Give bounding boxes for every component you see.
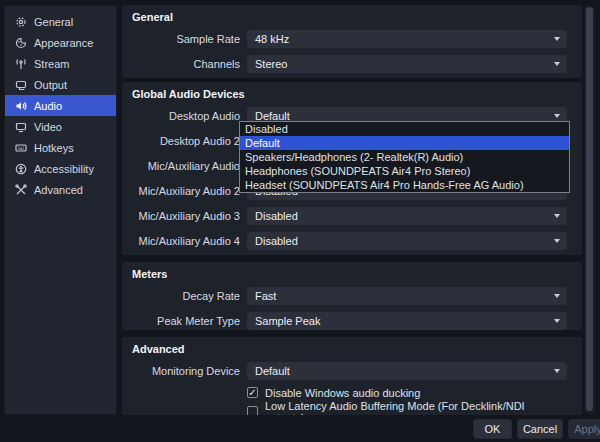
sidebar-item-stream[interactable]: Stream (5, 53, 116, 74)
section-title: Advanced (122, 337, 582, 355)
mic-aux-audio-4-row: Mic/Auxiliary Audio 4 Disabled (128, 232, 567, 250)
apply-button[interactable]: Apply (568, 419, 600, 439)
low-latency-checkbox-row: Low Latency Audio Buffering Mode (For De… (247, 405, 567, 415)
tools-icon (15, 184, 27, 196)
desktop-audio-dropdown-popup: Disabled Default Speakers/Headphones (2-… (239, 121, 570, 193)
dropdown-option-default[interactable]: Default (240, 136, 569, 150)
mic-aux-audio-2-label: Mic/Auxiliary Audio 2 (128, 185, 240, 197)
sidebar-item-accessibility[interactable]: Accessibility (5, 158, 116, 179)
mic-aux-audio-4-label: Mic/Auxiliary Audio 4 (128, 235, 240, 247)
keyboard-icon (15, 142, 27, 154)
display-icon (15, 121, 27, 133)
sidebar-item-label: Advanced (34, 184, 83, 196)
chevron-down-icon (554, 294, 560, 298)
scrollbar-thumb[interactable] (586, 7, 593, 411)
gear-icon (15, 16, 27, 28)
palette-icon (15, 37, 27, 49)
ok-button[interactable]: OK (473, 419, 512, 439)
sidebar-item-hotkeys[interactable]: Hotkeys (5, 137, 116, 158)
peak-meter-type-select[interactable]: Sample Peak (247, 312, 567, 330)
peak-meter-type-value: Sample Peak (255, 315, 320, 327)
chevron-down-icon (554, 239, 560, 243)
chevron-down-icon (554, 37, 560, 41)
mic-aux-audio-3-select[interactable]: Disabled (247, 207, 567, 225)
sidebar-item-label: Output (34, 79, 67, 91)
speaker-icon (15, 100, 27, 112)
sample-rate-row: Sample Rate 48 kHz (128, 30, 567, 48)
channels-row: Channels Stereo (128, 55, 567, 73)
peak-meter-type-label: Peak Meter Type (128, 315, 240, 327)
low-latency-checkbox[interactable] (247, 406, 258, 415)
mic-aux-audio-3-label: Mic/Auxiliary Audio 3 (128, 210, 240, 222)
sidebar-item-label: Audio (34, 100, 62, 112)
chevron-down-icon (554, 319, 560, 323)
chevron-down-icon (554, 369, 560, 373)
monitoring-device-row: Monitoring Device Default (128, 362, 567, 380)
section-advanced: Advanced Monitoring Device Default ✓ Dis… (122, 337, 582, 415)
sidebar-item-label: General (34, 16, 73, 28)
monitoring-device-value: Default (255, 365, 290, 377)
desktop-audio-label: Desktop Audio (128, 110, 240, 122)
decay-rate-row: Decay Rate Fast (128, 287, 567, 305)
section-general: General Sample Rate 48 kHz Channels Ster… (122, 5, 582, 78)
dropdown-option-headphones[interactable]: Headphones (SOUNDPEATS Air4 Pro Stereo) (240, 164, 569, 178)
cancel-button[interactable]: Cancel (517, 419, 563, 439)
sidebar-item-label: Accessibility (34, 163, 94, 175)
dropdown-option-speakers[interactable]: Speakers/Headphones (2- Realtek(R) Audio… (240, 150, 569, 164)
settings-sidebar: General Appearance Stream Output Audio (4, 5, 117, 415)
audio-ducking-checkbox-row: ✓ Disable Windows audio ducking (247, 386, 567, 399)
sidebar-item-audio[interactable]: Audio (5, 95, 116, 116)
channels-value: Stereo (255, 58, 287, 70)
decay-rate-label: Decay Rate (128, 290, 240, 302)
dropdown-option-disabled[interactable]: Disabled (240, 122, 569, 136)
monitoring-device-select[interactable]: Default (247, 362, 567, 380)
sidebar-item-general[interactable]: General (5, 11, 116, 32)
section-title: General (122, 5, 582, 23)
accessibility-icon (15, 163, 27, 175)
sidebar-item-label: Appearance (34, 37, 93, 49)
sidebar-item-advanced[interactable]: Advanced (5, 179, 116, 200)
scrollbar-track[interactable] (584, 5, 595, 415)
channels-label: Channels (128, 58, 240, 70)
mic-aux-audio-3-row: Mic/Auxiliary Audio 3 Disabled (128, 207, 567, 225)
section-meters: Meters Decay Rate Fast Peak Meter Type S… (122, 262, 582, 330)
low-latency-label: Low Latency Audio Buffering Mode (For De… (265, 400, 567, 416)
sidebar-item-label: Hotkeys (34, 142, 74, 154)
desktop-audio-2-label: Desktop Audio 2 (128, 135, 240, 147)
output-icon (15, 79, 27, 91)
mic-aux-audio-4-select[interactable]: Disabled (247, 232, 567, 250)
peak-meter-type-row: Peak Meter Type Sample Peak (128, 312, 567, 330)
broadcast-icon (15, 58, 27, 70)
chevron-down-icon (554, 62, 560, 66)
chevron-down-icon (554, 114, 560, 118)
sample-rate-select[interactable]: 48 kHz (247, 30, 567, 48)
mic-aux-audio-3-value: Disabled (255, 210, 298, 222)
sidebar-item-video[interactable]: Video (5, 116, 116, 137)
decay-rate-select[interactable]: Fast (247, 287, 567, 305)
dropdown-option-headset[interactable]: Headset (SOUNDPEATS Air4 Pro Hands-Free … (240, 178, 569, 192)
sample-rate-label: Sample Rate (128, 33, 240, 45)
mic-aux-audio-label: Mic/Auxiliary Audio (128, 160, 240, 172)
decay-rate-value: Fast (255, 290, 276, 302)
section-title: Global Audio Devices (122, 82, 582, 100)
audio-ducking-label: Disable Windows audio ducking (265, 387, 420, 399)
sidebar-item-appearance[interactable]: Appearance (5, 32, 116, 53)
sidebar-item-label: Video (34, 121, 62, 133)
chevron-down-icon (554, 214, 560, 218)
sidebar-item-label: Stream (34, 58, 69, 70)
monitoring-device-label: Monitoring Device (128, 365, 240, 377)
section-title: Meters (122, 262, 582, 280)
audio-ducking-checkbox[interactable]: ✓ (247, 387, 258, 398)
sample-rate-value: 48 kHz (255, 33, 289, 45)
sidebar-item-output[interactable]: Output (5, 74, 116, 95)
channels-select[interactable]: Stereo (247, 55, 567, 73)
mic-aux-audio-4-value: Disabled (255, 235, 298, 247)
